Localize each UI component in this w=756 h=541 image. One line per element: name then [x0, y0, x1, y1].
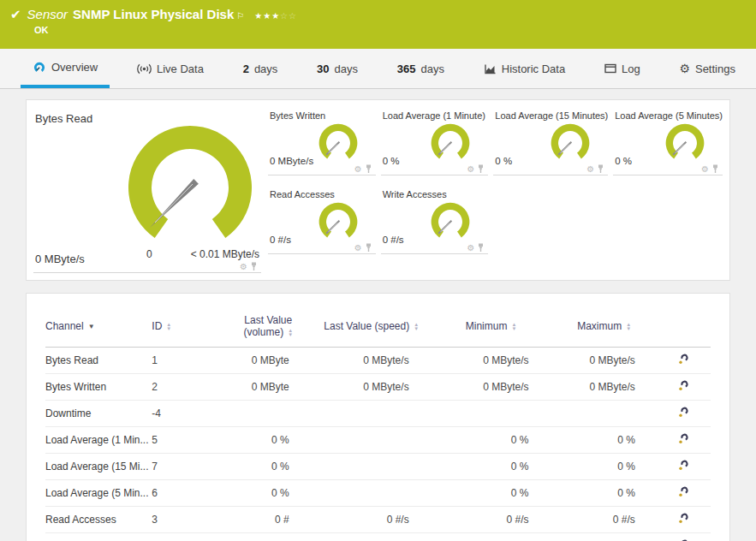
tab-overview[interactable]: Overview: [21, 49, 110, 88]
check-icon: ✔: [10, 7, 21, 22]
table-row: Write Accesses 4 0 # 0 #/s 0 #/s 0 #/s: [45, 533, 711, 541]
gauge-tile-read-accesses: Read Accesses 0 #/s ⚙: [268, 186, 376, 254]
channel-name: Bytes Written: [45, 374, 152, 401]
edit-channel-icon[interactable]: [678, 407, 689, 420]
gauge-settings-icon[interactable]: ⚙: [354, 244, 362, 253]
gauge-scale-max: < 0.01 MByte/s: [191, 248, 259, 260]
column-header-maximum[interactable]: Maximum▲▼: [551, 309, 658, 348]
column-header-last-value-volume[interactable]: Last Value (volume)▲▼: [225, 309, 312, 348]
gauge-label: Bytes Written: [268, 107, 376, 121]
maximum-value: 0 #/s: [551, 533, 658, 541]
sort-icon: ▲▼: [288, 329, 293, 337]
edit-channel-icon[interactable]: [678, 380, 689, 394]
sensor-type-label: Sensor: [27, 7, 68, 21]
tab-30-days[interactable]: 30 days: [305, 49, 370, 88]
sort-icon: ▲▼: [626, 323, 631, 331]
gauge-tile-bytes-written: Bytes Written 0 MByte/s ⚙: [268, 107, 376, 175]
sort-desc-icon: ▼: [88, 323, 95, 330]
tab-2-days-label: days: [254, 62, 277, 75]
tab-2-days[interactable]: 2 days: [231, 49, 290, 88]
column-header-channel[interactable]: Channel▼: [45, 309, 152, 348]
maximum-value: 0 MByte/s: [551, 374, 658, 401]
gear-icon: ⚙: [679, 62, 690, 74]
tab-log[interactable]: Log: [592, 49, 652, 88]
flag-icon[interactable]: ⚐: [236, 11, 244, 21]
last-value-speed: 0 MByte/s: [312, 374, 432, 401]
gauge-pin-icon[interactable]: [365, 164, 372, 174]
maximum-value: 0 %: [551, 454, 658, 480]
gauge-label: Load Average (15 Minutes): [493, 107, 608, 121]
gauge-value: 0 %: [615, 156, 632, 166]
tab-historic-data-label: Historic Data: [502, 62, 565, 75]
gauge-pin-icon[interactable]: [477, 164, 485, 174]
gauge-settings-icon[interactable]: ⚙: [701, 165, 709, 174]
maximum-value: 0 MByte/s: [551, 348, 658, 374]
channel-id: 4: [152, 533, 224, 541]
sort-icon: ▲▼: [511, 323, 516, 331]
gauge-settings-icon[interactable]: ⚙: [240, 263, 247, 271]
gauge-settings-icon[interactable]: ⚙: [467, 244, 474, 253]
gauge-dial: [426, 199, 474, 246]
gauge-dial: [314, 199, 362, 246]
gauge-pin-icon[interactable]: [250, 262, 258, 271]
sensor-title: SNMP Linux Physical Disk: [73, 7, 234, 21]
channel-id: 5: [152, 427, 224, 454]
stars-filled[interactable]: ★★★: [254, 11, 280, 21]
gauge-value: 0 #/s: [383, 235, 404, 245]
last-value-volume: 0 MByte: [225, 348, 312, 374]
channel-table: Channel▼ ID▲▼ Last Value (volume)▲▼ Last…: [45, 309, 711, 541]
tab-2-days-number: 2: [243, 62, 249, 75]
last-value-speed: 0 #/s: [312, 507, 432, 533]
channel-name: Load Average (1 Min...: [45, 427, 152, 454]
edit-channel-icon[interactable]: [678, 513, 689, 526]
gauge-pin-icon[interactable]: [365, 243, 372, 253]
tab-bar: Overview Live Data 2 days 30 days 365 da…: [0, 49, 756, 89]
tab-live-data-label: Live Data: [157, 62, 204, 75]
gauge-pin-icon[interactable]: [477, 243, 485, 253]
tab-settings[interactable]: ⚙ Settings: [667, 49, 747, 88]
gauge-dial: [661, 121, 709, 167]
sensor-status-header: ✔ Sensor SNMP Linux Physical Disk ⚐ ★★★☆…: [0, 0, 756, 49]
maximum-value: [551, 401, 658, 427]
last-value-volume: 0 %: [225, 454, 312, 480]
gauge-dial: [117, 119, 263, 247]
log-window-icon: [604, 63, 616, 74]
minimum-value: [432, 401, 551, 427]
edit-channel-icon[interactable]: [678, 354, 689, 367]
channel-name: Downtime: [45, 401, 152, 427]
gauge-tile-load-average-5: Load Average (5 Minutes) 0 % ⚙: [613, 107, 723, 175]
column-header-tools: [658, 309, 711, 348]
gauge-pin-icon[interactable]: [597, 164, 604, 174]
edit-channel-icon[interactable]: [678, 486, 689, 500]
column-header-id[interactable]: ID▲▼: [152, 309, 224, 348]
tab-365-days[interactable]: 365 days: [385, 49, 456, 88]
gauge-tile-bytes-read: Bytes Read 0 < 0.01 MByte/s 0 MByte/s ⚙: [33, 107, 261, 273]
star-rating[interactable]: ★★★☆☆: [254, 11, 297, 21]
table-row: Read Accesses 3 0 # 0 #/s 0 #/s 0 #/s: [45, 507, 711, 533]
edit-channel-icon[interactable]: [678, 460, 689, 473]
gauge-settings-icon[interactable]: ⚙: [354, 165, 362, 174]
last-value-speed: [312, 401, 432, 427]
column-header-last-value-speed[interactable]: Last Value (speed)▲▼: [312, 309, 432, 348]
live-data-icon: [137, 63, 152, 74]
gauge-settings-icon[interactable]: ⚙: [467, 165, 474, 174]
tab-live-data[interactable]: Live Data: [125, 49, 216, 88]
last-value-speed: [312, 454, 432, 480]
gauge-pin-icon[interactable]: [711, 164, 719, 174]
column-header-minimum[interactable]: Minimum▲▼: [432, 309, 551, 348]
channel-name: Load Average (15 Mi...: [45, 454, 152, 480]
edit-channel-icon[interactable]: [678, 433, 689, 447]
last-value-volume: 0 MByte: [225, 374, 312, 401]
gauge-dial: [546, 121, 594, 167]
stars-empty[interactable]: ☆☆: [280, 11, 297, 21]
table-row: Load Average (5 Min... 6 0 % 0 % 0 %: [45, 480, 711, 507]
historic-data-icon: [484, 63, 497, 74]
channel-id: 2: [152, 374, 224, 401]
last-value-volume: [225, 401, 312, 427]
gauge-settings-icon[interactable]: ⚙: [586, 165, 594, 174]
channel-name: Read Accesses: [45, 507, 152, 533]
tab-historic-data[interactable]: Historic Data: [472, 49, 577, 88]
last-value-volume: 0 %: [225, 480, 312, 507]
maximum-value: 0 %: [551, 427, 658, 454]
channel-id: 6: [152, 480, 224, 507]
